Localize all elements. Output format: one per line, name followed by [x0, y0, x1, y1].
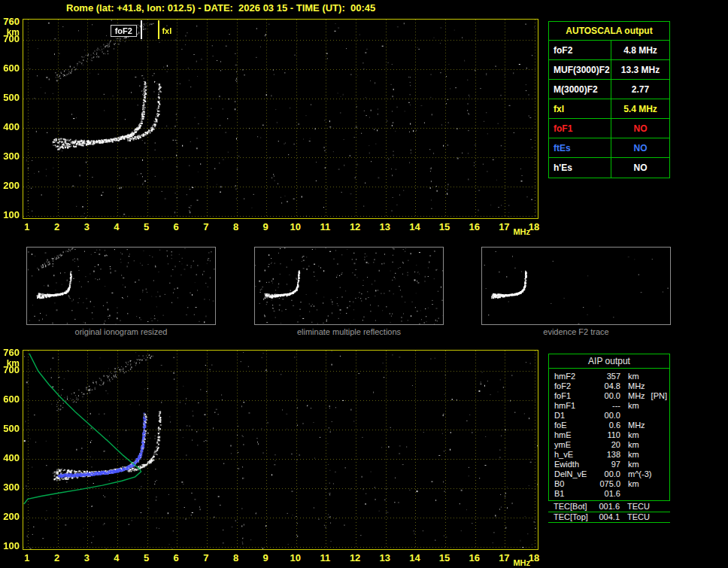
aip-row-fof2: foF204.8MHz — [549, 381, 669, 391]
thumbnail-reflections-canvas — [255, 248, 443, 324]
aip-output-table: AIP output hmF2357kmfoF204.8MHzfoF100.0M… — [548, 354, 670, 501]
autoscala-param-label: M(3000)F2 — [549, 80, 611, 99]
aip-param-label: D1 — [554, 411, 594, 421]
y-axis-tick-bottom: 300 — [0, 482, 20, 493]
aip-param-label: foF2 — [554, 381, 594, 391]
autoscala-param-label: fxI — [549, 99, 611, 118]
x-axis-tick-top: 14 — [403, 221, 426, 232]
x-axis-tick-bottom: 15 — [433, 552, 456, 563]
marker-label-fof2: foF2 — [111, 25, 137, 37]
x-axis-tick-bottom: 13 — [374, 552, 396, 563]
aip-param-label: foE — [554, 421, 594, 430]
x-axis-tick-top: 7 — [195, 221, 217, 232]
aip-param-label: Ewidth — [554, 460, 594, 469]
x-axis-tick-bottom: 14 — [403, 552, 426, 563]
aip-row-b0: B0075.0km — [549, 479, 669, 489]
x-axis-tick-bottom: 4 — [105, 552, 128, 563]
aip-row-hmf1: hmF1---km — [549, 401, 669, 411]
x-axis-tick-top: 6 — [165, 221, 187, 232]
x-axis-tick-top: 10 — [284, 221, 307, 232]
autoscala-param-value: 5.4 MHz — [611, 104, 669, 114]
profile-ionogram-canvas — [23, 351, 538, 549]
x-axis-tick-top: 5 — [135, 221, 158, 232]
y-axis-tick-top: 760 — [0, 17, 20, 27]
aip-param-unit: km — [628, 401, 639, 411]
autoscala-row-h-es: h'EsNO — [549, 158, 669, 178]
x-axis-tick-top: 15 — [433, 221, 456, 232]
aip-param-value: 00.0 — [594, 391, 620, 401]
x-axis-tick-bottom: 11 — [314, 552, 336, 563]
x-axis-tick-top: 16 — [463, 221, 486, 232]
thumbnail-f2-trace — [481, 247, 671, 325]
aip-param-unit: m^(-3) — [628, 469, 651, 479]
thumbnail-original-ionogram — [26, 247, 216, 325]
x-axis-tick-bottom: 9 — [254, 552, 277, 563]
y-axis-tick-bottom: 400 — [0, 453, 20, 463]
aip-row-tec-top-: TEC[Top]004.1TECU — [548, 512, 670, 523]
aip-param-unit: km — [628, 440, 639, 450]
aip-param-value: 97 — [594, 460, 620, 469]
x-axis-tick-top: 8 — [225, 221, 247, 232]
x-axis-tick-bottom: 7 — [195, 552, 217, 563]
y-axis-tick-top: 400 — [0, 122, 20, 132]
aip-param-label: hmF2 — [554, 372, 594, 381]
aip-param-unit: km — [628, 479, 639, 489]
aip-param-value: 0.6 — [594, 421, 620, 430]
y-axis-unit-top: km — [0, 27, 20, 38]
aip-param-unit: TECU — [627, 502, 650, 512]
x-axis-tick-bottom: 17 — [493, 552, 515, 563]
aip-param-value: 110 — [594, 430, 620, 440]
aip-row-hme: hmE110km — [549, 430, 669, 440]
y-axis-tick-top: 100 — [0, 210, 20, 220]
aip-row-foe: foE0.6MHz — [549, 421, 669, 430]
autoscala-row-fof1: foF1NO — [549, 119, 669, 138]
y-axis-tick-top: 500 — [0, 93, 20, 103]
thumbnail-multiple-reflections — [254, 247, 444, 325]
autoscala-param-label: MUF(3000)F2 — [549, 60, 611, 79]
aip-param-value: 00.0 — [594, 411, 620, 421]
marker-line-fof2 — [141, 20, 142, 39]
aip-row-yme: ymE20km — [549, 440, 669, 450]
aip-table-rows: hmF2357kmfoF204.8MHzfoF100.0MHz[PN]hmF1-… — [549, 369, 669, 499]
aip-param-label: DelN_vE — [554, 469, 594, 479]
y-axis-tick-top: 200 — [0, 181, 20, 191]
x-axis-tick-bottom: 12 — [344, 552, 366, 563]
x-axis-tick-top: 4 — [105, 221, 128, 232]
x-axis-tick-top: 11 — [314, 221, 336, 232]
autoscala-param-label: foF1 — [549, 119, 611, 138]
autoscala-param-value: 4.8 MHz — [611, 45, 669, 56]
marker-label-fxi: fxI — [162, 26, 171, 35]
aip-row-tec-bot-: TEC[Bot]001.6TECU — [548, 502, 670, 512]
autoscala-param-value: NO — [611, 163, 669, 173]
aip-param-label: hmE — [554, 430, 594, 440]
aip-row-h-ve: h_vE138km — [549, 450, 669, 460]
autoscala-param-label: foF2 — [549, 41, 611, 59]
aip-tec-rows: TEC[Bot]001.6TECUTEC[Top]004.1TECU — [548, 502, 670, 523]
autoscala-param-value: NO — [611, 123, 669, 134]
x-axis-tick-bottom: 2 — [46, 552, 68, 563]
aip-param-label: hmF1 — [554, 401, 594, 411]
autoscala-param-value: 13.3 MHz — [611, 65, 669, 75]
aip-param-unit: km — [628, 450, 639, 460]
aip-param-value: 004.1 — [593, 512, 620, 522]
x-axis-tick-bottom: 1 — [16, 552, 38, 563]
autoscala-row-fxi: fxI5.4 MHz — [549, 99, 669, 119]
aip-row-b1: B101.6 — [549, 489, 669, 499]
thumbnail-f2-canvas — [482, 248, 670, 324]
y-axis-tick-bottom: 500 — [0, 424, 20, 434]
autoscala-param-value: NO — [611, 143, 669, 153]
aip-param-unit: MHz — [628, 391, 645, 401]
autoscala-param-value: 2.77 — [611, 84, 669, 95]
x-axis-unit-top: MHz — [513, 227, 530, 236]
y-axis-tick-top: 600 — [0, 63, 20, 74]
thumbnail-caption-reflections: eliminate multiple reflections — [254, 327, 444, 336]
thumbnail-original-canvas — [27, 248, 215, 324]
station-date-title: Rome (lat: +41.8, lon: 012.5) - DATE: 20… — [66, 2, 375, 14]
aip-param-unit: MHz — [628, 421, 645, 430]
autoscala-row-muf-3000-f2: MUF(3000)F213.3 MHz — [549, 60, 669, 80]
aip-param-note: [PN] — [651, 391, 667, 401]
aip-param-label: B1 — [554, 489, 594, 499]
aip-row-hmf2: hmF2357km — [549, 372, 669, 381]
aip-param-value: --- — [594, 401, 620, 411]
ionogram-plot — [23, 19, 538, 219]
